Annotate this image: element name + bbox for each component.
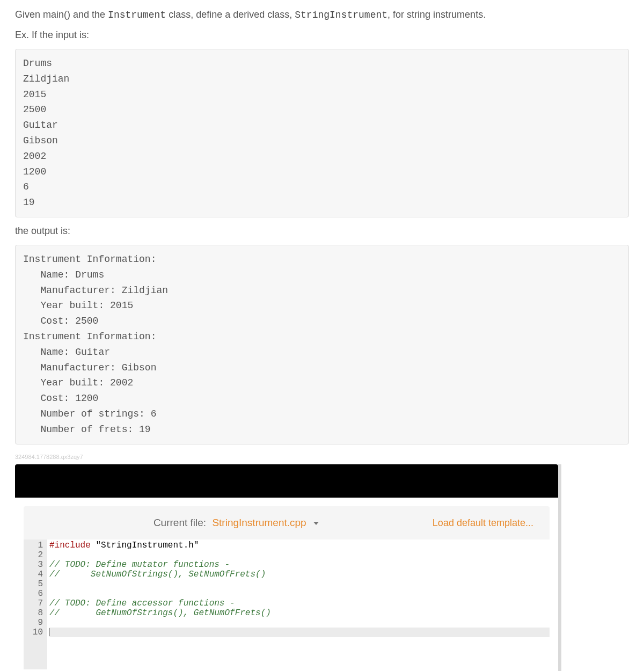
line-number: 10: [29, 628, 43, 637]
line-number: 1: [29, 541, 43, 550]
code-editor: Current file: StringInstrument.cpp Load …: [15, 464, 558, 671]
current-file-label: Current file:: [153, 517, 206, 528]
file-selector[interactable]: Current file: StringInstrument.cpp: [40, 515, 433, 531]
text-cursor: [49, 628, 50, 636]
line-number: 5: [29, 579, 43, 589]
line-gutter: 12345678910: [24, 539, 47, 669]
example-output-label: the output is:: [15, 224, 629, 238]
prompt-code2: StringInstrument: [295, 10, 387, 20]
current-file-name: StringInstrument.cpp: [212, 517, 306, 528]
line-number: 9: [29, 618, 43, 628]
problem-prompt: Given main() and the Instrument class, d…: [15, 8, 629, 23]
line-number: 7: [29, 599, 43, 608]
code-lines[interactable]: #include "StringInstrument.h"// TODO: De…: [47, 539, 550, 669]
prompt-part2: class, define a derived class,: [166, 9, 295, 20]
example-input-block: Drums Zildjian 2015 2500 Guitar Gibson 2…: [15, 49, 629, 217]
code-line[interactable]: // GetNumOfStrings(), GetNumOfFrets(): [49, 608, 550, 618]
code-area[interactable]: 12345678910 #include "StringInstrument.h…: [24, 539, 550, 669]
code-line[interactable]: [49, 579, 550, 589]
line-number: 3: [29, 560, 43, 570]
code-line[interactable]: [49, 589, 550, 599]
prompt-part1: Given main() and the: [15, 9, 108, 20]
file-bar: Current file: StringInstrument.cpp Load …: [24, 506, 550, 539]
editor-scrollbar[interactable]: [558, 464, 561, 671]
code-line[interactable]: // TODO: Define mutator functions -: [49, 560, 550, 570]
example-output-block: Instrument Information: Name: Drums Manu…: [15, 245, 629, 444]
code-line[interactable]: #include "StringInstrument.h": [49, 541, 550, 550]
line-number: 6: [29, 589, 43, 599]
chevron-down-icon: [313, 522, 319, 525]
prompt-part3: , for string instruments.: [387, 9, 486, 20]
code-line[interactable]: [49, 618, 550, 628]
prompt-code1: Instrument: [108, 10, 166, 20]
load-template-link[interactable]: Load default template...: [433, 516, 533, 530]
example-input-label: Ex. If the input is:: [15, 28, 629, 42]
line-number: 4: [29, 570, 43, 579]
code-line[interactable]: // SetNumOfStrings(), SetNumOfFrets(): [49, 570, 550, 579]
line-number: 8: [29, 608, 43, 618]
footer-id: 324984.1778288.qx3zqy7: [15, 453, 629, 462]
line-number: 2: [29, 550, 43, 560]
code-line[interactable]: [49, 550, 550, 560]
code-line[interactable]: [49, 628, 550, 637]
code-line[interactable]: // TODO: Define accessor functions -: [49, 599, 550, 608]
